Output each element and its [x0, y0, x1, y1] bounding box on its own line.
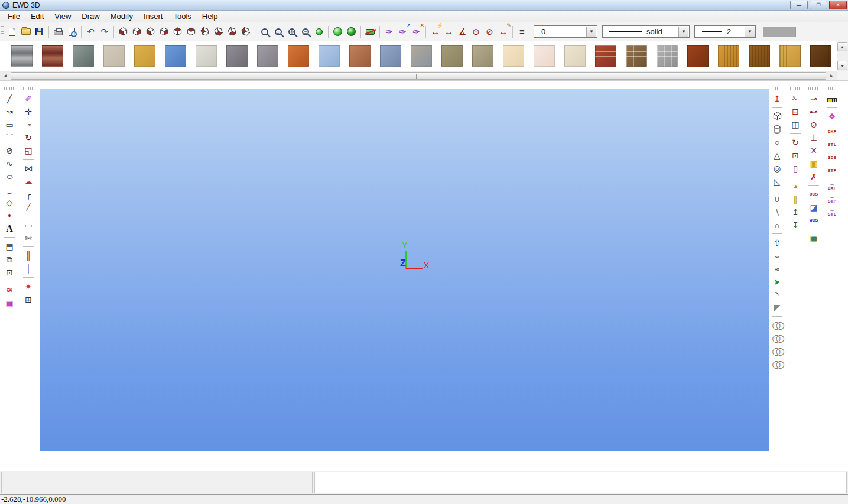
material-apply-button[interactable]: ✑↗ — [396, 25, 410, 38]
texture-light-granite[interactable] — [257, 45, 278, 67]
view-iso-se-button[interactable] — [212, 25, 225, 38]
array-tool[interactable]: ⊞ — [21, 293, 35, 305]
path-sweep-tool[interactable]: ➤ — [770, 275, 784, 288]
texture-tan-burlap[interactable] — [472, 45, 493, 67]
material-brush-button[interactable]: ✑ — [382, 25, 396, 38]
view-back-button[interactable] — [130, 25, 144, 38]
texture-mahogany[interactable] — [687, 45, 709, 67]
menu-file[interactable]: File — [2, 11, 25, 22]
rectangle-tool[interactable]: ▭ — [2, 118, 17, 131]
wcs-tool[interactable]: WCS — [807, 214, 821, 226]
redo-button[interactable]: ↷ — [98, 25, 111, 38]
view-top-button[interactable] — [171, 25, 184, 38]
menu-tools[interactable]: Tools — [168, 11, 196, 22]
sphere-tool[interactable]: ○ — [770, 136, 784, 148]
texture-green-granite[interactable] — [73, 45, 94, 67]
texture-red-brick[interactable] — [595, 45, 616, 67]
texture-blush-marble[interactable] — [534, 45, 555, 67]
dim-diameter-button[interactable]: ⊘ — [483, 25, 496, 38]
loft-tool[interactable]: ≈ — [770, 262, 784, 275]
import-dxf-tool[interactable]: →DXF — [825, 123, 839, 135]
grid-settings-tool[interactable]: ▦ — [807, 232, 821, 244]
import-3ds-tool[interactable]: →3DS — [825, 149, 839, 161]
scroll-down-button[interactable]: ▼ — [837, 61, 847, 70]
ucs-tool[interactable]: UCS — [807, 188, 821, 200]
close-button[interactable]: ✕ — [829, 1, 847, 9]
export-dxf-tool[interactable]: ←DXF — [825, 180, 839, 192]
texture-copper[interactable] — [42, 45, 63, 67]
menu-draw[interactable]: Draw — [76, 11, 105, 22]
break-tool[interactable]: ┼ — [21, 262, 35, 275]
shell-tool[interactable]: ⊡ — [788, 149, 802, 161]
snap-object-tool[interactable]: ▣ — [807, 157, 821, 170]
new-button[interactable] — [5, 25, 19, 38]
ucs-plane-tool[interactable]: ◪ — [807, 201, 821, 213]
snap-intersection-tool[interactable]: ✕ — [807, 144, 821, 157]
dim-linear-button[interactable]: ↔ — [442, 25, 456, 38]
mirror-tool[interactable]: ⋈ — [21, 162, 35, 174]
snap-perpendicular-tool[interactable]: ⊥ — [807, 131, 821, 144]
materials-library-tool[interactable]: ❖ — [825, 110, 839, 122]
spline-tool[interactable]: ∿ — [2, 157, 17, 170]
restore-button[interactable]: ❐ — [810, 1, 827, 9]
viewport[interactable]: Y Z X — [40, 89, 769, 451]
chamfer-tool[interactable]: ╱ — [21, 201, 35, 213]
toolbar-grip[interactable] — [1, 26, 4, 38]
command-input-panel[interactable] — [314, 472, 847, 493]
menu-view[interactable]: View — [49, 11, 76, 22]
copy-tool[interactable]: ◦◦ — [21, 118, 35, 131]
divide-tool[interactable]: ╫ — [21, 249, 35, 262]
bring-forward-tool[interactable]: ↥ — [788, 206, 802, 218]
snap-midpoint-tool[interactable]: ⊷ — [807, 105, 821, 118]
minimize-button[interactable]: ▬ — [790, 1, 808, 9]
arc-tool[interactable]: ⌒ — [2, 131, 17, 144]
snap-none-tool[interactable]: ✗ — [807, 170, 821, 183]
toolbar-grip[interactable] — [790, 87, 801, 90]
toolbar-grip[interactable] — [4, 87, 15, 90]
circle-tool[interactable]: ⊘ — [2, 144, 17, 157]
chevron-down-icon[interactable]: ▼ — [678, 27, 688, 37]
linestyle-dropdown[interactable]: solid ▼ — [602, 25, 690, 38]
material-remove-button[interactable]: ✑✕ — [410, 25, 423, 38]
zoom-in-out-button[interactable] — [271, 25, 285, 38]
polygon-tool[interactable]: ◇ — [2, 196, 17, 209]
view-left-button[interactable] — [144, 25, 157, 38]
scroll-left-button[interactable]: ◄ — [0, 71, 10, 80]
render-settings-button[interactable] — [345, 25, 358, 38]
texture-gold-stone[interactable] — [134, 45, 155, 67]
print-button[interactable] — [51, 25, 65, 38]
rotate-tool[interactable]: ↻ — [21, 131, 35, 144]
open-button[interactable] — [19, 25, 33, 38]
cylinder-tool[interactable] — [770, 123, 784, 135]
texture-dark-plank[interactable] — [810, 45, 831, 67]
explode-tool[interactable]: ✴ — [21, 280, 35, 292]
texture-pale-travertine[interactable] — [564, 45, 586, 67]
lineweight-dropdown[interactable]: 2 ▼ — [694, 25, 756, 38]
move-tool[interactable]: ✛ — [21, 105, 35, 118]
texture-white-quartz[interactable] — [196, 45, 217, 67]
hscroll-thumb[interactable] — [11, 72, 826, 80]
mirror3d-tool[interactable]: ◫ — [788, 118, 802, 131]
fillet-tool[interactable]: ╭ — [21, 188, 35, 200]
camera-toggle-button[interactable] — [363, 25, 377, 38]
palette-tool[interactable]: ▦ — [2, 297, 17, 309]
view-iso-ne-button[interactable] — [225, 25, 239, 38]
print-preview-button[interactable] — [65, 25, 79, 38]
trim-tool[interactable]: ✄ — [21, 232, 35, 244]
sweep-tool[interactable]: ⌣ — [770, 249, 784, 262]
copy-shape-tool[interactable]: ⧉ — [2, 253, 17, 265]
scroll-right-button[interactable]: ► — [827, 71, 837, 80]
venn-intersect-tool[interactable]: ◯◯ — [770, 332, 784, 344]
texture-golden-oak[interactable] — [718, 45, 739, 67]
point-tool[interactable]: • — [2, 209, 17, 222]
chevron-down-icon[interactable]: ▼ — [745, 27, 755, 37]
ellipse-tool[interactable]: ○ — [2, 170, 17, 183]
section-tool[interactable]: ⊟ — [788, 105, 802, 118]
layer-dropdown[interactable]: 0 ▼ — [534, 25, 597, 38]
view-iso-sw-button[interactable] — [198, 25, 212, 38]
menu-help[interactable]: Help — [197, 11, 223, 22]
current-color-swatch[interactable] — [763, 27, 796, 37]
scale-tool[interactable]: ◱ — [21, 144, 35, 157]
dim-angular-button[interactable]: ∡ — [456, 25, 469, 38]
toolbar-grip[interactable] — [772, 87, 782, 90]
